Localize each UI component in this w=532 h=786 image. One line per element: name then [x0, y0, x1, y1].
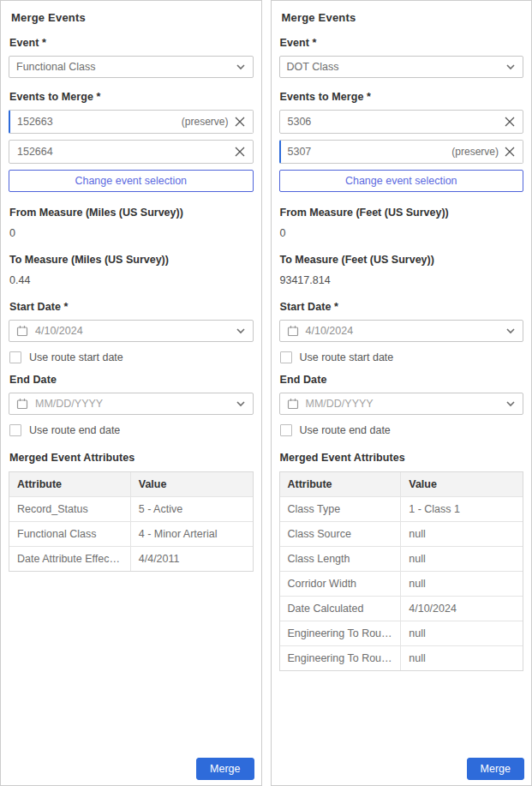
merge-events-panel-right: Merge Events Event * DOT Class Events to… — [271, 0, 532, 786]
merge-button[interactable]: Merge — [196, 758, 254, 780]
value-cell: null — [401, 547, 523, 571]
events-to-merge-label: Events to Merge * — [9, 91, 254, 103]
end-date-placeholder: MM/DD/YYYY — [35, 398, 229, 410]
change-event-selection-button[interactable]: Change event selection — [9, 170, 254, 192]
table-row: Class Type 1 - Class 1 — [280, 496, 523, 521]
event-label: Event * — [280, 37, 524, 49]
end-date-picker[interactable]: MM/DD/YYYY — [9, 393, 254, 415]
value-cell: 5 - Active — [131, 497, 253, 521]
merge-events-panel-left: Merge Events Event * Functional Class Ev… — [0, 0, 262, 786]
table-row: Corridor Width null — [280, 571, 523, 596]
events-to-merge-label: Events to Merge * — [280, 91, 524, 103]
close-icon[interactable] — [505, 117, 515, 127]
calendar-icon — [287, 398, 299, 410]
table-header-row: Attribute Value — [9, 472, 253, 496]
change-event-selection-button[interactable]: Change event selection — [279, 170, 524, 192]
use-route-start-date-label: Use route start date — [29, 351, 123, 363]
from-measure-value: 0 — [280, 227, 524, 239]
merge-events-workspace: Merge Events Event * Functional Class Ev… — [0, 0, 532, 786]
event-to-merge-item[interactable]: 5306 — [279, 110, 524, 134]
to-measure-value: 0.44 — [9, 274, 254, 286]
use-route-end-date-checkbox[interactable] — [9, 424, 21, 436]
event-id: 5306 — [288, 116, 312, 128]
close-icon[interactable] — [235, 117, 245, 127]
end-date-picker[interactable]: MM/DD/YYYY — [279, 393, 524, 415]
event-to-merge-item[interactable]: 152664 — [9, 140, 254, 164]
preserve-tag: (preserve) — [182, 116, 229, 128]
attribute-cell: Engineering To RouteID — [280, 621, 402, 645]
end-date-label: End Date — [9, 374, 254, 386]
to-measure-label: To Measure (Miles (US Survey)) — [9, 254, 254, 266]
table-row: Date Calculated 4/10/2024 — [280, 596, 523, 621]
value-cell: 4/4/2011 — [131, 547, 253, 571]
start-date-value: 4/10/2024 — [306, 325, 499, 337]
attribute-cell: Functional Class — [9, 522, 131, 546]
start-date-picker[interactable]: 4/10/2024 — [9, 320, 254, 342]
to-measure-value: 93417.814 — [280, 274, 524, 286]
close-icon[interactable] — [505, 147, 515, 157]
event-id: 152664 — [17, 146, 53, 158]
end-date-label: End Date — [280, 374, 524, 386]
attribute-cell: Engineering To Route ... — [280, 646, 402, 670]
event-id: 152663 — [17, 116, 53, 128]
table-row: Engineering To Route ... null — [280, 645, 523, 670]
end-date-placeholder: MM/DD/YYYY — [306, 398, 499, 410]
attribute-cell: Class Source — [280, 522, 402, 546]
merged-attributes-table: Attribute Value Class Type 1 - Class 1 C… — [279, 471, 524, 671]
event-select-value: DOT Class — [287, 61, 506, 73]
event-select-value: Functional Class — [16, 61, 236, 73]
event-to-merge-item[interactable]: 152663 (preserve) — [9, 110, 254, 134]
attribute-cell: Corridor Width — [280, 572, 402, 596]
calendar-icon — [16, 398, 28, 410]
from-measure-value: 0 — [9, 227, 254, 239]
event-id: 5307 — [288, 146, 312, 158]
attribute-cell: Date Attribute Effective — [9, 547, 131, 571]
attribute-cell: Record_Status — [9, 497, 131, 521]
chevron-down-icon — [505, 62, 516, 72]
value-cell: null — [401, 646, 523, 670]
use-route-end-date-label: Use route end date — [29, 424, 120, 436]
event-select[interactable]: Functional Class — [9, 56, 254, 78]
table-header-row: Attribute Value — [280, 472, 523, 496]
chevron-down-icon — [236, 62, 246, 72]
column-header: Value — [131, 472, 253, 496]
attribute-cell: Date Calculated — [280, 597, 402, 621]
attribute-cell: Class Length — [280, 547, 402, 571]
attribute-cell: Class Type — [280, 497, 402, 521]
close-icon[interactable] — [235, 147, 245, 157]
panel-title: Merge Events — [282, 11, 524, 24]
event-label: Event * — [9, 37, 254, 49]
start-date-picker[interactable]: 4/10/2024 — [279, 320, 524, 342]
merged-attributes-title: Merged Event Attributes — [280, 452, 524, 464]
use-route-end-date-checkbox[interactable] — [280, 424, 292, 436]
use-route-end-date-label: Use route end date — [300, 424, 391, 436]
use-route-start-date-checkbox[interactable] — [9, 351, 21, 363]
event-select[interactable]: DOT Class — [279, 56, 524, 78]
panel-title: Merge Events — [11, 11, 254, 24]
event-to-merge-item[interactable]: 5307 (preserve) — [279, 140, 524, 164]
use-route-end-date-row[interactable]: Use route end date — [9, 424, 254, 436]
value-cell: 4/10/2024 — [401, 597, 523, 621]
merged-attributes-table: Attribute Value Record_Status 5 - Active… — [9, 471, 254, 572]
calendar-icon — [287, 325, 299, 337]
start-date-value: 4/10/2024 — [35, 325, 229, 337]
merge-button[interactable]: Merge — [467, 758, 524, 780]
value-cell: null — [401, 621, 523, 645]
use-route-start-date-row[interactable]: Use route start date — [9, 351, 254, 363]
use-route-end-date-row[interactable]: Use route end date — [280, 424, 524, 436]
table-row: Date Attribute Effective 4/4/2011 — [9, 546, 253, 571]
chevron-down-icon — [236, 399, 246, 409]
use-route-start-date-label: Use route start date — [300, 351, 394, 363]
chevron-down-icon — [505, 326, 516, 336]
column-header: Attribute — [9, 472, 131, 496]
start-date-label: Start Date * — [9, 301, 254, 313]
column-header: Attribute — [280, 472, 402, 496]
use-route-start-date-checkbox[interactable] — [280, 351, 292, 363]
table-row: Functional Class 4 - Minor Arterial — [9, 521, 253, 546]
column-header: Value — [401, 472, 523, 496]
chevron-down-icon — [236, 326, 246, 336]
from-measure-label: From Measure (Miles (US Survey)) — [9, 207, 254, 219]
from-measure-label: From Measure (Feet (US Survey)) — [280, 207, 524, 219]
merged-attributes-title: Merged Event Attributes — [9, 452, 254, 464]
use-route-start-date-row[interactable]: Use route start date — [280, 351, 524, 363]
